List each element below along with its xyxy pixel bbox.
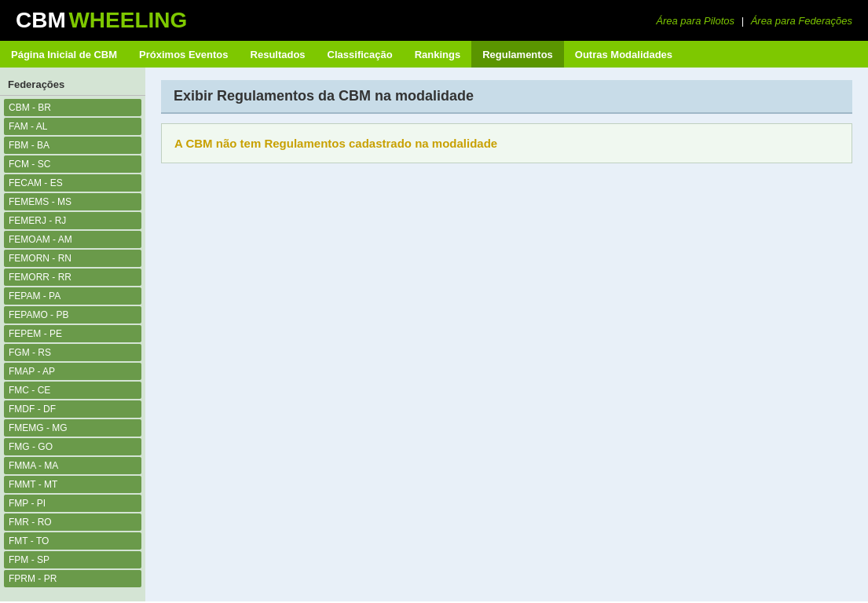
nav-item[interactable]: Próximos Eventos [128,41,239,68]
sidebar-item[interactable]: FEMERJ - RJ [4,212,141,229]
content-body: A CBM não tem Regulamentos cadastrado na… [161,123,852,163]
sidebar-item[interactable]: FEPEM - PE [4,325,141,342]
sidebar-item[interactable]: FPRM - PR [4,570,141,587]
navbar: Página Inicial de CBMPróximos EventosRes… [0,41,868,68]
logo-cbm: CBM [16,8,66,32]
sidebar-item[interactable]: FMDF - DF [4,400,141,418]
sidebar-title: Federações [0,75,145,96]
sidebar-item[interactable]: FMEMG - MG [4,419,141,437]
sidebar-item[interactable]: FEMEMS - MS [4,193,141,210]
nav-item[interactable]: Rankings [404,41,472,68]
sidebar-item[interactable]: FEPAMO - PB [4,306,141,323]
link-federacoes[interactable]: Área para Federações [751,15,852,27]
sidebar-item[interactable]: FMG - GO [4,438,141,455]
header: CBM WHEELING Área para Pilotos | Área pa… [0,0,868,41]
header-links: Área para Pilotos | Área para Federações [656,15,852,27]
logo-wheeling: WHEELING [68,8,187,32]
sidebar-item[interactable]: FMAP - AP [4,363,141,380]
content-header: Exibir Regulamentos da CBM na modalidade [161,80,852,114]
nav-item[interactable]: Resultados [240,41,317,68]
sidebar-item[interactable]: FBM - BA [4,137,141,154]
nav-item[interactable]: Outras Modalidades [564,41,683,68]
nav-item[interactable]: Classificação [317,41,404,68]
sidebar-item[interactable]: FCM - SC [4,155,141,173]
sidebar-item[interactable]: FMMT - MT [4,476,141,493]
sidebar-item[interactable]: FMC - CE [4,382,141,399]
nav-item[interactable]: Regulamentos [471,41,564,68]
sidebar-item[interactable]: FMT - TO [4,532,141,550]
content: Exibir Regulamentos da CBM na modalidade… [145,68,868,601]
nav-item[interactable]: Página Inicial de CBM [0,41,128,68]
sidebar-item[interactable]: CBM - BR [4,99,141,116]
sidebar-item[interactable]: FEMOAM - AM [4,231,141,248]
sidebar-item[interactable]: FGM - RS [4,344,141,361]
sidebar-item[interactable]: FEMORR - RR [4,269,141,286]
sidebar-item[interactable]: FEMORN - RN [4,250,141,267]
sidebar-item[interactable]: FAM - AL [4,118,141,135]
sidebar-item[interactable]: FMP - PI [4,495,141,512]
sidebar-item[interactable]: FMR - RO [4,513,141,531]
main: Federações CBM - BRFAM - ALFBM - BAFCM -… [0,68,868,601]
logo: CBM WHEELING [16,8,187,33]
sidebar-item[interactable]: FPM - SP [4,551,141,568]
sidebar-item[interactable]: FECAM - ES [4,174,141,192]
sidebar-item[interactable]: FEPAM - PA [4,287,141,305]
separator: | [742,15,744,27]
sidebar-item[interactable]: FMMA - MA [4,457,141,474]
sidebar: Federações CBM - BRFAM - ALFBM - BAFCM -… [0,68,145,601]
link-pilotos[interactable]: Área para Pilotos [656,15,734,27]
no-data-message: A CBM não tem Regulamentos cadastrado na… [174,137,839,150]
